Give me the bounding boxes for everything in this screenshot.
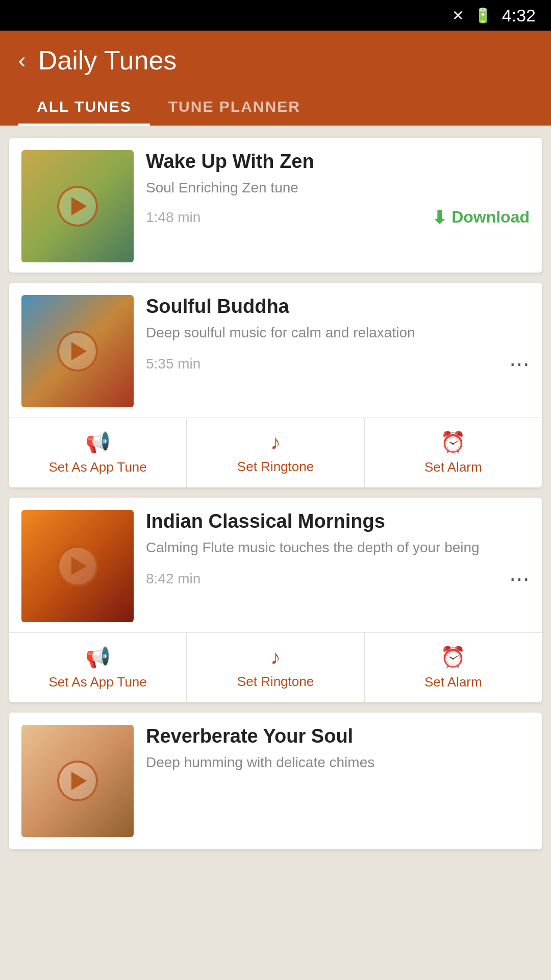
tune-title-wake-up-zen: Wake Up With Zen — [146, 150, 530, 174]
share-button-indian-classical-mornings[interactable]: ⋯ — [509, 567, 530, 591]
action-bar-indian-classical-mornings: 📢 Set As App Tune ♪ Set Ringtone ⏰ Set A… — [9, 632, 542, 702]
app-tune-icon: 📢 — [85, 430, 111, 454]
tune-thumbnail-soulful-buddha[interactable] — [21, 295, 134, 407]
tunes-list: Wake Up With Zen Soul Enriching Zen tune… — [0, 126, 551, 862]
set-app-tune-button-soulful-buddha[interactable]: 📢 Set As App Tune — [9, 418, 187, 487]
battery-icon: 🔋 — [474, 7, 492, 24]
status-time: 4:32 — [502, 6, 536, 26]
set-alarm-label: Set Alarm — [424, 674, 482, 690]
tune-thumbnail-indian-classical-mornings[interactable] — [21, 510, 134, 622]
play-icon — [71, 772, 87, 790]
set-app-tune-label: Set As App Tune — [49, 459, 147, 475]
set-ringtone-button-soulful-buddha[interactable]: ♪ Set Ringtone — [187, 418, 364, 487]
app-tune-icon: 📢 — [85, 645, 111, 669]
tune-card-indian-classical-mornings: Indian Classical Mornings Calming Flute … — [9, 498, 542, 702]
tune-duration-soulful-buddha: 5:35 min — [146, 356, 201, 372]
play-icon — [71, 197, 87, 215]
tune-title-reverberate-your-soul: Reverberate Your Soul — [146, 725, 530, 748]
tune-thumbnail-reverberate-your-soul[interactable] — [21, 725, 134, 837]
set-alarm-label: Set Alarm — [424, 459, 482, 475]
set-alarm-button-soulful-buddha[interactable]: ⏰ Set Alarm — [365, 418, 542, 487]
download-button-wake-up-zen[interactable]: ⬇ Download — [432, 207, 530, 228]
alarm-icon: ⏰ — [440, 430, 466, 454]
signal-icon: ✕ — [452, 7, 464, 24]
tune-subtitle-soulful-buddha: Deep soulful music for calm and relaxati… — [146, 324, 530, 342]
tune-title-indian-classical-mornings: Indian Classical Mornings — [146, 510, 530, 533]
set-app-tune-button-indian-classical-mornings[interactable]: 📢 Set As App Tune — [9, 633, 187, 702]
tune-info-soulful-buddha: Soulful Buddha Deep soulful music for ca… — [146, 295, 530, 376]
set-alarm-button-indian-classical-mornings[interactable]: ⏰ Set Alarm — [365, 633, 542, 702]
tune-info-indian-classical-mornings: Indian Classical Mornings Calming Flute … — [146, 510, 530, 591]
set-ringtone-label: Set Ringtone — [237, 674, 314, 690]
set-ringtone-button-indian-classical-mornings[interactable]: ♪ Set Ringtone — [187, 633, 364, 702]
tune-info-wake-up-zen: Wake Up With Zen Soul Enriching Zen tune… — [146, 150, 530, 228]
download-icon: ⬇ — [432, 207, 446, 228]
play-icon — [71, 342, 87, 360]
tune-duration-indian-classical-mornings: 8:42 min — [146, 571, 201, 587]
download-label: Download — [452, 208, 530, 227]
tune-card-reverberate-your-soul: Reverberate Your Soul Deep humming with … — [9, 713, 542, 849]
header-title: Daily Tunes — [38, 45, 177, 76]
status-bar: ✕ 🔋 4:32 — [0, 0, 551, 31]
play-button-wake-up-zen[interactable] — [57, 186, 98, 227]
play-button-soulful-buddha[interactable] — [57, 331, 98, 372]
set-app-tune-label: Set As App Tune — [49, 674, 147, 690]
tune-card-soulful-buddha: Soulful Buddha Deep soulful music for ca… — [9, 283, 542, 487]
play-button-indian-classical-mornings[interactable] — [57, 546, 98, 586]
ringtone-icon: ♪ — [270, 646, 281, 669]
tune-title-soulful-buddha: Soulful Buddha — [146, 295, 530, 318]
share-button-soulful-buddha[interactable]: ⋯ — [509, 352, 530, 376]
tune-thumbnail-wake-up-zen[interactable] — [21, 150, 134, 262]
tune-subtitle-reverberate-your-soul: Deep humming with delicate chimes — [146, 753, 530, 772]
tune-duration-wake-up-zen: 1:48 min — [146, 209, 201, 226]
play-button-reverberate-your-soul[interactable] — [57, 761, 98, 801]
tab-all-tunes[interactable]: ALL TUNES — [18, 90, 150, 126]
back-button[interactable]: ‹ — [18, 49, 26, 71]
ringtone-icon: ♪ — [270, 431, 281, 454]
tab-tune-planner[interactable]: TUNE PLANNER — [150, 90, 319, 126]
tab-bar: ALL TUNES TUNE PLANNER — [18, 90, 533, 126]
tune-info-reverberate-your-soul: Reverberate Your Soul Deep humming with … — [146, 725, 530, 772]
set-ringtone-label: Set Ringtone — [237, 459, 314, 475]
tune-subtitle-indian-classical-mornings: Calming Flute music touches the depth of… — [146, 538, 530, 557]
tune-card-wake-up-zen: Wake Up With Zen Soul Enriching Zen tune… — [9, 138, 542, 273]
action-bar-soulful-buddha: 📢 Set As App Tune ♪ Set Ringtone ⏰ Set A… — [9, 418, 542, 487]
app-header: ‹ Daily Tunes ALL TUNES TUNE PLANNER — [0, 31, 551, 126]
alarm-icon: ⏰ — [440, 645, 466, 669]
play-icon — [71, 557, 87, 575]
tune-subtitle-wake-up-zen: Soul Enriching Zen tune — [146, 179, 530, 197]
